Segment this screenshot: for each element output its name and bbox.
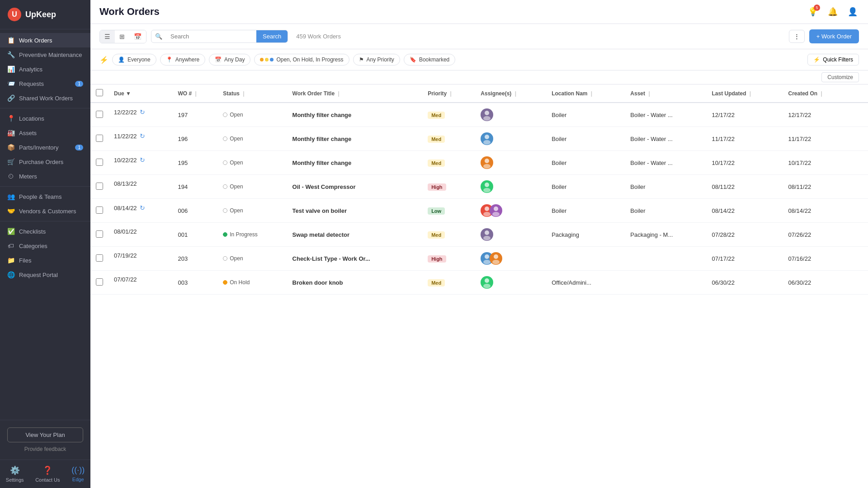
status-label: Open	[230, 207, 243, 214]
customize-button[interactable]: Customize	[821, 72, 859, 82]
sidebar-item-work-orders[interactable]: 📋 Work Orders	[0, 33, 90, 47]
sidebar-item-purchase-orders[interactable]: 🛒 Purchase Orders	[0, 155, 90, 169]
work-order-title: Monthly filter change	[292, 112, 352, 118]
location-col[interactable]: Location Nam |	[546, 84, 625, 103]
table-container: Due ▼ WO # | Status | Work Order Title |…	[90, 84, 868, 488]
priority-col[interactable]: Priority |	[422, 84, 475, 103]
asset-cell: Boiler - Water ...	[625, 151, 706, 175]
avatar-group	[481, 276, 541, 289]
row-checkbox[interactable]	[96, 254, 103, 262]
bookmarked-filter[interactable]: 🔖 Bookmarked	[404, 54, 455, 66]
work-order-title: Swap metal detector	[292, 231, 349, 238]
provide-feedback-link[interactable]: Provide feedback	[7, 446, 83, 452]
avatar-group	[481, 132, 541, 145]
due-cell: 08/13/22	[108, 175, 172, 192]
wo-cell: 196	[172, 127, 217, 151]
created-on-col[interactable]: Created On |	[783, 84, 852, 103]
select-all-checkbox[interactable]	[96, 89, 103, 96]
last-updated-cell: 12/17/22	[706, 103, 783, 127]
sidebar-item-files[interactable]: 📁 Files	[0, 253, 90, 267]
created-on-cell: 12/17/22	[783, 103, 852, 127]
row-checkbox[interactable]	[96, 111, 103, 118]
everyone-filter[interactable]: 👤 Everyone	[112, 54, 156, 66]
table-row[interactable]: 10/22/22↻195OpenMonthly filter changeMed…	[90, 151, 868, 175]
sidebar-item-requests[interactable]: 📨 Requests 1	[0, 76, 90, 91]
status-indicator	[223, 280, 227, 285]
table-row[interactable]: 12/22/22↻197OpenMonthly filter changeMed…	[90, 103, 868, 127]
priority-cell: High	[422, 247, 475, 271]
status-col[interactable]: Status |	[217, 84, 287, 103]
due-date: 07/19/22	[114, 252, 137, 259]
status-dots	[260, 58, 274, 61]
due-cell: 10/22/22↻	[108, 151, 172, 169]
work-order-title: Broken door knob	[292, 279, 343, 286]
row-checkbox[interactable]	[96, 183, 103, 190]
footer-item-edge[interactable]: ((·)) Edge	[71, 465, 85, 483]
view-plan-button[interactable]: View Your Plan	[7, 427, 83, 442]
contact-us-icon: ❓	[42, 465, 52, 475]
sidebar-item-meters[interactable]: ⏲ Meters	[0, 169, 90, 183]
table-row[interactable]: 07/19/22203OpenCheck-List Type - Work Or…	[90, 247, 868, 271]
filter-bar: ⚡ 👤 Everyone 📍 Anywhere 📅 Any Day Open, …	[90, 49, 868, 70]
table-row[interactable]: 08/13/22194OpenOil - West CompressorHigh…	[90, 175, 868, 199]
table-row[interactable]: 11/22/22↻196OpenMonthly filter changeMed…	[90, 127, 868, 151]
any-day-filter[interactable]: 📅 Any Day	[209, 54, 250, 66]
quick-filters-button[interactable]: ⚡ Quick Filters	[807, 54, 859, 66]
title-cell: Oil - West Compressor	[287, 175, 423, 199]
wo-col[interactable]: WO # |	[172, 84, 217, 103]
created-on-cell: 07/26/22	[783, 223, 852, 247]
search-button[interactable]: Search	[256, 30, 288, 42]
add-work-order-button[interactable]: + Work Order	[809, 29, 859, 43]
due-col[interactable]: Due ▼	[108, 84, 172, 103]
calendar-view-button[interactable]: 📅	[129, 30, 146, 43]
request-portal-icon: 🌐	[7, 271, 14, 278]
sidebar-item-categories[interactable]: 🏷 Categories	[0, 239, 90, 253]
sidebar-item-locations[interactable]: 📍 Locations	[0, 111, 90, 126]
notification-badge: 5	[814, 5, 820, 11]
more-options-button[interactable]: ⋮	[789, 30, 805, 43]
bell-icon[interactable]: 🔔	[826, 5, 839, 18]
footer-item-settings[interactable]: ⚙️ Settings	[6, 465, 24, 483]
extra-cell	[851, 103, 868, 127]
row-checkbox[interactable]	[96, 159, 103, 166]
last-updated-col[interactable]: Last Updated |	[706, 84, 783, 103]
asset-col[interactable]: Asset |	[625, 84, 706, 103]
row-checkbox[interactable]	[96, 206, 103, 214]
list-view-button[interactable]: ☰	[100, 30, 115, 43]
locations-icon: 📍	[7, 115, 14, 122]
row-checkbox[interactable]	[96, 278, 103, 286]
table-row[interactable]: 08/01/22001In ProgressSwap metal detecto…	[90, 223, 868, 247]
anywhere-filter[interactable]: 📍 Anywhere	[160, 54, 205, 66]
status-label: Open	[230, 136, 243, 142]
assignees-cell	[475, 151, 546, 175]
sidebar-item-shared-work-orders[interactable]: 🔗 Shared Work Orders	[0, 91, 90, 105]
title-col[interactable]: Work Order Title |	[287, 84, 423, 103]
priority-badge: Med	[428, 160, 445, 167]
extra-cell	[851, 271, 868, 295]
svg-point-6	[485, 159, 489, 163]
sidebar-item-assets[interactable]: 🏭 Assets	[0, 126, 90, 140]
sidebar-item-preventive-maintenance[interactable]: 🔧 Preventive Maintenance	[0, 47, 90, 62]
sidebar-item-vendors-customers[interactable]: 🤝 Vendors & Customers	[0, 204, 90, 218]
sidebar-item-request-portal[interactable]: 🌐 Request Portal	[0, 267, 90, 282]
due-date: 12/22/22	[114, 109, 137, 116]
grid-view-button[interactable]: ⊞	[115, 30, 129, 43]
status-indicator	[223, 232, 227, 237]
table-row[interactable]: 07/07/22003On HoldBroken door knobMedOff…	[90, 271, 868, 295]
people-teams-icon: 👥	[7, 193, 14, 200]
table-row[interactable]: 08/14/22↻006OpenTest valve on boilerLowB…	[90, 199, 868, 223]
priority-filter[interactable]: ⚑ Any Priority	[353, 54, 400, 66]
priority-cell: Low	[422, 199, 475, 223]
row-checkbox[interactable]	[96, 230, 103, 238]
sidebar-item-analytics[interactable]: 📊 Analytics	[0, 62, 90, 76]
footer-item-contact-us[interactable]: ❓ Contact Us	[35, 465, 60, 483]
status-filter[interactable]: Open, On Hold, In Progress	[254, 54, 349, 66]
sidebar-item-checklists[interactable]: ✅ Checklists	[0, 224, 90, 239]
notification-bell-icon[interactable]: 💡 5	[807, 5, 819, 18]
assignees-col[interactable]: Assignee(s) |	[475, 84, 546, 103]
sidebar-item-people-teams[interactable]: 👥 People & Teams	[0, 189, 90, 204]
search-input[interactable]	[166, 30, 256, 42]
row-checkbox[interactable]	[96, 135, 103, 142]
user-avatar-icon[interactable]: 👤	[846, 5, 859, 18]
sidebar-item-parts-inventory[interactable]: 📦 Parts/Inventory 1	[0, 140, 90, 155]
